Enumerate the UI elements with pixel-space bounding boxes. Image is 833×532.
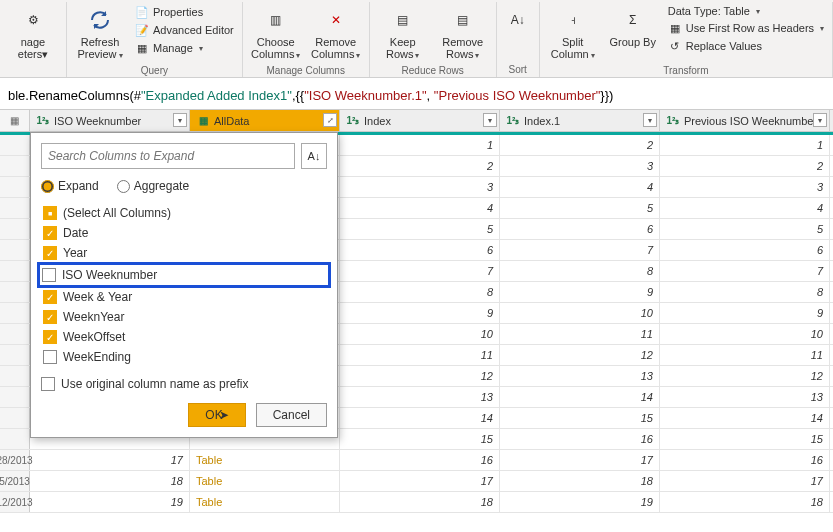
cell[interactable]: 18: [340, 492, 500, 512]
cell[interactable]: 1: [340, 135, 500, 155]
column-header-index[interactable]: 1²₃Index▾: [340, 110, 500, 131]
cell[interactable]: 12: [340, 366, 500, 386]
expand-icon[interactable]: ⤢: [323, 113, 337, 127]
column-header-alldata[interactable]: ▦AllData⤢: [190, 110, 340, 131]
cell[interactable]: 14: [500, 387, 660, 407]
cell[interactable]: 14: [660, 408, 830, 428]
sort-asc-button[interactable]: A↓: [503, 4, 533, 36]
row-number[interactable]: [0, 198, 30, 218]
properties-button[interactable]: 📄Properties: [133, 4, 236, 20]
cell[interactable]: 8: [500, 261, 660, 281]
row-number[interactable]: [0, 366, 30, 386]
row-number[interactable]: [0, 324, 30, 344]
cell[interactable]: 2: [500, 135, 660, 155]
cell[interactable]: 15: [660, 429, 830, 449]
column-checkbox-item[interactable]: WeeknYear: [41, 307, 327, 327]
cell[interactable]: 4: [660, 198, 830, 218]
remove-rows-button[interactable]: ▤Remove Rows: [436, 4, 490, 64]
column-header-prev[interactable]: 1²₃Previous ISO Weeknumber▾: [660, 110, 830, 131]
row-number[interactable]: [0, 408, 30, 428]
cell[interactable]: 15: [340, 429, 500, 449]
cell[interactable]: 16: [500, 429, 660, 449]
cell[interactable]: 7: [340, 261, 500, 281]
cell[interactable]: 8: [340, 282, 500, 302]
cell[interactable]: 3: [340, 177, 500, 197]
cell[interactable]: 6: [500, 219, 660, 239]
aggregate-radio[interactable]: Aggregate: [117, 179, 189, 193]
group-by-button[interactable]: ΣGroup By: [606, 4, 660, 50]
manage-button[interactable]: ▦Manage: [133, 40, 236, 56]
cell[interactable]: 18: [660, 492, 830, 512]
cell[interactable]: 5: [340, 219, 500, 239]
cell[interactable]: 4: [500, 177, 660, 197]
cell[interactable]: 10: [660, 324, 830, 344]
row-number[interactable]: [0, 387, 30, 407]
column-checkbox-item[interactable]: WeekOffset: [41, 327, 327, 347]
data-type-button[interactable]: Data Type: Table: [666, 4, 826, 18]
filter-icon[interactable]: ▾: [643, 113, 657, 127]
cell[interactable]: 17: [660, 471, 830, 491]
cell[interactable]: 16: [340, 450, 500, 470]
cell[interactable]: 9: [660, 303, 830, 323]
row-number[interactable]: 28/2013: [0, 450, 30, 470]
cell[interactable]: 16: [660, 450, 830, 470]
cell[interactable]: 12: [500, 345, 660, 365]
cell[interactable]: 17: [340, 471, 500, 491]
replace-values-button[interactable]: ↺Replace Values: [666, 38, 826, 54]
cell[interactable]: 19: [500, 492, 660, 512]
cell[interactable]: 10: [500, 303, 660, 323]
cell[interactable]: 6: [340, 240, 500, 260]
column-header-iso[interactable]: 1²₃ISO Weeknumber▾: [30, 110, 190, 131]
cell[interactable]: 17: [500, 450, 660, 470]
table-row[interactable]: 5/201318Table171817: [0, 471, 833, 492]
row-number[interactable]: [0, 156, 30, 176]
cell[interactable]: 11: [660, 345, 830, 365]
cell[interactable]: 11: [500, 324, 660, 344]
cell[interactable]: 13: [340, 387, 500, 407]
cell[interactable]: 6: [660, 240, 830, 260]
search-columns-input[interactable]: [41, 143, 295, 169]
filter-icon[interactable]: ▾: [813, 113, 827, 127]
manage-parameters-button[interactable]: ⚙ nageeters▾: [6, 4, 60, 62]
prefix-checkbox[interactable]: [41, 377, 55, 391]
table-row[interactable]: 12/201319Table181918: [0, 492, 833, 513]
column-header-index1[interactable]: 1²₃Index.1▾: [500, 110, 660, 131]
cell[interactable]: 14: [340, 408, 500, 428]
cell[interactable]: 18: [500, 471, 660, 491]
cell[interactable]: 2: [660, 156, 830, 176]
advanced-editor-button[interactable]: 📝Advanced Editor: [133, 22, 236, 38]
row-number[interactable]: 5/2013: [0, 471, 30, 491]
cell[interactable]: 3: [500, 156, 660, 176]
cell[interactable]: 13: [500, 366, 660, 386]
cell[interactable]: 13: [660, 387, 830, 407]
row-header-corner[interactable]: ▦: [0, 110, 30, 131]
row-number[interactable]: [0, 345, 30, 365]
cell[interactable]: 3: [660, 177, 830, 197]
cell[interactable]: 8: [660, 282, 830, 302]
column-checkbox-item[interactable]: Date: [41, 223, 327, 243]
column-checkbox-item[interactable]: ISO Weeknumber: [37, 262, 331, 288]
cell[interactable]: Table: [190, 471, 340, 491]
cell[interactable]: 18: [30, 471, 190, 491]
split-column-button[interactable]: ⫞Split Column: [546, 4, 600, 64]
refresh-preview-button[interactable]: Refresh Preview: [73, 4, 127, 64]
row-number[interactable]: [0, 240, 30, 260]
filter-icon[interactable]: ▾: [173, 113, 187, 127]
sort-columns-button[interactable]: A↓: [301, 143, 327, 169]
cell[interactable]: 12: [660, 366, 830, 386]
cell[interactable]: 10: [340, 324, 500, 344]
row-number[interactable]: [0, 429, 30, 449]
first-row-headers-button[interactable]: ▦Use First Row as Headers: [666, 20, 826, 36]
cell[interactable]: 9: [340, 303, 500, 323]
column-checkbox-item[interactable]: WeekEnding: [41, 347, 327, 367]
cell[interactable]: 9: [500, 282, 660, 302]
cell[interactable]: 11: [340, 345, 500, 365]
keep-rows-button[interactable]: ▤Keep Rows: [376, 4, 430, 64]
cell[interactable]: 4: [340, 198, 500, 218]
ok-button[interactable]: OK➤: [188, 403, 245, 427]
filter-icon[interactable]: ▾: [483, 113, 497, 127]
expand-radio[interactable]: Expand: [41, 179, 99, 193]
cancel-button[interactable]: Cancel: [256, 403, 327, 427]
remove-columns-button[interactable]: ✕Remove Columns: [309, 4, 363, 64]
row-number[interactable]: [0, 261, 30, 281]
